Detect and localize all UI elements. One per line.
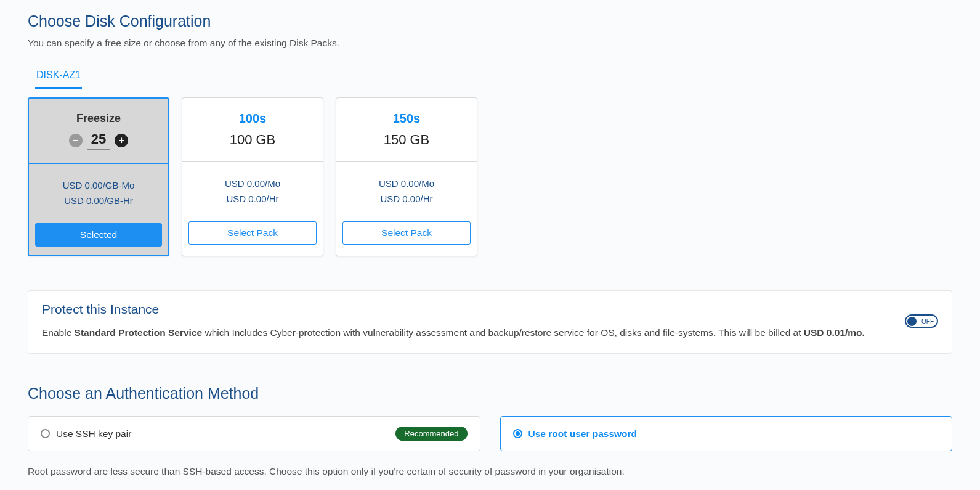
pack-150s-price-mo: USD 0.00/Mo bbox=[342, 178, 471, 189]
tab-disk-az1[interactable]: DISK-AZ1 bbox=[35, 66, 82, 89]
radio-dot-icon bbox=[516, 431, 520, 436]
freesize-price-mo: USD 0.00/GB-Mo bbox=[35, 180, 162, 190]
minus-icon[interactable]: − bbox=[69, 134, 83, 147]
auth-ssh-label: Use SSH key pair bbox=[56, 428, 131, 439]
recommended-badge: Recommended bbox=[395, 427, 467, 441]
freesize-value[interactable]: 25 bbox=[87, 131, 110, 150]
protect-toggle-wrap: OFF bbox=[905, 314, 938, 328]
disk-tabs: DISK-AZ1 bbox=[28, 66, 952, 89]
auth-root-label: Use root user password bbox=[528, 428, 638, 439]
pack-100s-price-mo: USD 0.00/Mo bbox=[188, 178, 317, 189]
pack-100s-pricing: USD 0.00/Mo USD 0.00/Hr bbox=[182, 162, 323, 215]
pack-150s-bottom: Select Pack bbox=[336, 215, 477, 253]
pack-100s-size: 100 GB bbox=[188, 132, 317, 148]
auth-option-root[interactable]: Use root user password bbox=[500, 416, 953, 451]
auth-option-ssh[interactable]: Use SSH key pair Recommended bbox=[28, 416, 480, 451]
auth-root-left: Use root user password bbox=[513, 428, 638, 439]
plus-icon[interactable]: + bbox=[115, 134, 128, 147]
freesize-label: Freesize bbox=[35, 112, 162, 125]
pack-150s-price-hr: USD 0.00/Hr bbox=[342, 194, 471, 204]
pack-100s-bottom: Select Pack bbox=[182, 215, 323, 253]
disk-card-100s[interactable]: 100s 100 GB USD 0.00/Mo USD 0.00/Hr Sele… bbox=[182, 97, 323, 256]
protect-description: Enable Standard Protection Service which… bbox=[42, 325, 938, 340]
disk-card-freesize[interactable]: Freesize − 25 + USD 0.00/GB-Mo USD 0.00/… bbox=[28, 97, 169, 256]
freesize-stepper: − 25 + bbox=[35, 131, 162, 150]
pack-150s-size: 150 GB bbox=[342, 132, 471, 148]
pack-150s-select-button[interactable]: Select Pack bbox=[342, 221, 471, 245]
pack-100s-select-button[interactable]: Select Pack bbox=[188, 221, 317, 245]
disk-card-150s[interactable]: 150s 150 GB USD 0.00/Mo USD 0.00/Hr Sele… bbox=[336, 97, 477, 256]
pack-150s-top: 150s 150 GB bbox=[336, 98, 477, 162]
freesize-price-hr: USD 0.00/GB-Hr bbox=[35, 195, 162, 206]
freesize-bottom: Selected bbox=[29, 217, 168, 255]
protect-desc-mid: which Includes Cyber-protection with vul… bbox=[202, 327, 804, 338]
auth-ssh-left: Use SSH key pair bbox=[41, 428, 131, 439]
pack-100s-price-hr: USD 0.00/Hr bbox=[188, 194, 317, 204]
disk-config-title: Choose Disk Configuration bbox=[28, 12, 952, 30]
pack-100s-top: 100s 100 GB bbox=[182, 98, 323, 162]
pack-150s-name: 150s bbox=[342, 112, 471, 126]
auth-note: Root password are less secure than SSH-b… bbox=[28, 466, 952, 477]
toggle-off-label: OFF bbox=[921, 318, 934, 325]
pack-150s-pricing: USD 0.00/Mo USD 0.00/Hr bbox=[336, 162, 477, 215]
protect-desc-bold1: Standard Protection Service bbox=[75, 327, 203, 338]
disk-cards-row: Freesize − 25 + USD 0.00/GB-Mo USD 0.00/… bbox=[28, 97, 952, 256]
freesize-pricing: USD 0.00/GB-Mo USD 0.00/GB-Hr bbox=[29, 164, 168, 217]
toggle-knob-icon bbox=[907, 317, 917, 326]
auth-options-row: Use SSH key pair Recommended Use root us… bbox=[28, 416, 952, 451]
freesize-top: Freesize − 25 + bbox=[29, 99, 168, 164]
radio-unchecked-icon[interactable] bbox=[41, 429, 50, 438]
disk-config-subtitle: You can specify a free size or choose fr… bbox=[28, 38, 952, 49]
protect-desc-bold2: USD 0.01/mo. bbox=[804, 327, 865, 338]
protect-title: Protect this Instance bbox=[42, 302, 938, 317]
radio-checked-icon[interactable] bbox=[513, 429, 522, 438]
freesize-selected-button[interactable]: Selected bbox=[35, 223, 162, 247]
pack-100s-name: 100s bbox=[188, 112, 317, 126]
protect-instance-box: Protect this Instance Enable Standard Pr… bbox=[28, 290, 952, 354]
protect-toggle[interactable]: OFF bbox=[905, 314, 938, 328]
protect-desc-prefix: Enable bbox=[42, 327, 75, 338]
auth-method-title: Choose an Authentication Method bbox=[28, 385, 952, 402]
